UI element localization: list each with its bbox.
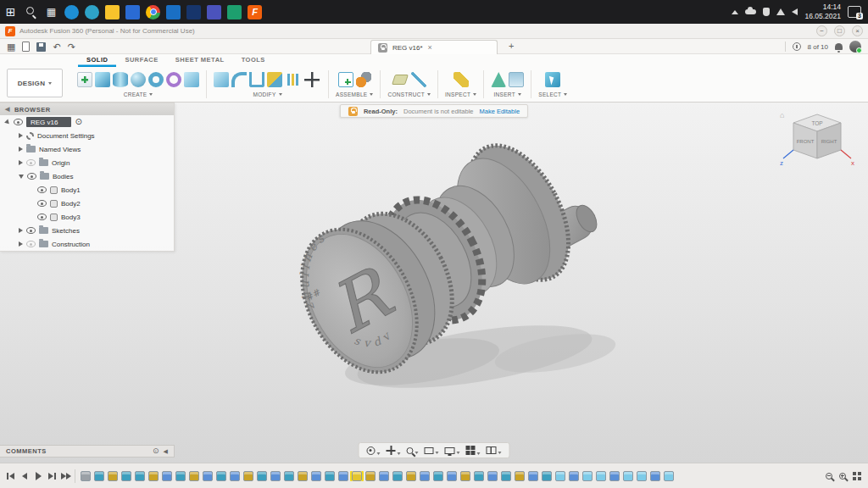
timeline-feature-icon[interactable] [203, 471, 213, 481]
timeline-feature-icon[interactable] [216, 471, 226, 481]
browser-item-body1[interactable]: Body1 [0, 183, 174, 197]
timeline-feature-icon[interactable] [664, 471, 674, 481]
modify-menu[interactable]: MODIFY [253, 92, 281, 97]
chrome-icon[interactable] [146, 5, 160, 19]
edge-icon[interactable] [85, 5, 99, 19]
hidden-icons-chevron-icon[interactable] [732, 10, 738, 14]
expand-icon[interactable] [19, 241, 23, 247]
visibility-eye-icon[interactable] [26, 159, 36, 166]
maximize-button[interactable]: □ [834, 25, 845, 36]
search-icon[interactable] [24, 5, 38, 19]
create-menu[interactable]: CREATE [124, 92, 153, 97]
apps-grid-icon[interactable]: ▦ [7, 42, 15, 52]
inspect-menu[interactable]: INSPECT [445, 92, 476, 97]
timeline-feature-icon[interactable] [569, 471, 579, 481]
task-view-icon[interactable]: ▦ [44, 5, 58, 19]
assemble-menu[interactable]: ASSEMBLE [336, 92, 373, 97]
press-pull-icon[interactable] [214, 72, 229, 87]
job-status-text[interactable]: 8 of 10 [808, 43, 828, 51]
play-button[interactable] [32, 470, 44, 481]
timeline-feature-icon[interactable] [162, 471, 172, 481]
timeline-options-icon[interactable] [853, 472, 861, 480]
timeline-feature-icon[interactable] [298, 471, 308, 481]
tab-sheet-metal[interactable]: SHEET METAL [167, 54, 233, 67]
expand-icon[interactable] [19, 228, 23, 233]
timeline-feature-icon[interactable] [189, 471, 199, 481]
orbit-button[interactable] [365, 446, 382, 456]
display-settings-button[interactable] [443, 446, 462, 455]
collapse-icon[interactable] [19, 175, 24, 179]
action-center-button[interactable]: 3 [848, 6, 861, 18]
timeline-feature-icon[interactable] [460, 471, 470, 481]
browser-item-named-views[interactable]: Named Views [0, 142, 174, 156]
timeline-feature-icon[interactable] [121, 471, 131, 481]
browser-item-body2[interactable]: Body2 [0, 197, 174, 210]
timeline-feature-icon[interactable] [311, 471, 321, 481]
timeline-feature-icon[interactable] [148, 471, 159, 481]
job-status-icon[interactable] [793, 42, 801, 51]
timeline-feature-icon[interactable] [433, 471, 443, 481]
zoom-button[interactable] [405, 446, 420, 455]
timeline-feature-icon[interactable] [528, 471, 538, 481]
timeline-feature-icon[interactable] [650, 471, 660, 481]
torus-primitive-icon[interactable] [148, 72, 164, 87]
insert-canvas-icon[interactable] [509, 72, 524, 87]
start-icon[interactable]: ⊞ [3, 5, 18, 19]
view-cube[interactable]: ⌂ TOP FRONT RIGHT z x [776, 108, 858, 175]
timeline-feature-icon[interactable] [406, 471, 416, 481]
activate-component-icon[interactable]: ⊙ [75, 118, 81, 126]
timeline-feature-icon[interactable] [474, 471, 484, 481]
root-document-label[interactable]: REG v16 [26, 117, 71, 127]
timeline-feature-icon[interactable] [135, 471, 145, 481]
sphere-primitive-icon[interactable] [131, 72, 146, 87]
tab-tools[interactable]: TOOLS [233, 54, 274, 67]
close-button[interactable]: × [852, 25, 863, 36]
timeline-feature-icon[interactable] [555, 471, 565, 481]
timeline-feature-icon[interactable] [392, 471, 403, 481]
timeline-feature-icon[interactable] [284, 471, 294, 481]
timeline-feature-icon[interactable] [108, 471, 118, 481]
expand-icon[interactable] [19, 147, 23, 152]
timeline-feature-icon[interactable] [338, 471, 348, 481]
close-tab-icon[interactable]: × [428, 43, 432, 52]
step-forward-button[interactable] [46, 470, 58, 481]
user-avatar[interactable] [849, 41, 861, 53]
tab-solid[interactable]: SOLID [78, 54, 116, 67]
collapse-panel-icon[interactable]: ◀ [5, 106, 10, 113]
browser-item-sketches[interactable]: Sketches [0, 224, 174, 237]
browser-item-body3[interactable]: Body3 [0, 210, 174, 224]
timeline-feature-icon[interactable] [365, 471, 376, 481]
timeline-feature-icon[interactable] [175, 471, 186, 481]
security-shield-icon[interactable] [763, 8, 770, 16]
timeline-feature-icon[interactable] [81, 471, 91, 481]
grid-button[interactable] [465, 445, 482, 456]
home-view-icon[interactable]: ⌂ [780, 111, 784, 119]
outlook-icon[interactable] [166, 5, 181, 19]
expand-collapse-icon[interactable] [4, 119, 11, 125]
timeline-feature-icon[interactable] [609, 471, 620, 481]
fillet-icon[interactable] [231, 72, 247, 87]
comments-bar[interactable]: COMMENTS ⊙ ◀ [0, 445, 175, 458]
volume-icon[interactable] [792, 8, 798, 15]
browser-item-bodies[interactable]: Bodies [0, 169, 174, 183]
joint-icon[interactable] [356, 72, 371, 87]
measure-icon[interactable] [453, 72, 469, 87]
word-icon[interactable] [186, 5, 201, 19]
timeline-feature-icon[interactable] [501, 471, 511, 481]
timeline-feature-icon[interactable] [596, 471, 606, 481]
timeline-feature-icon[interactable] [325, 471, 335, 481]
select-menu[interactable]: SELECT [538, 92, 567, 97]
visibility-eye-icon[interactable] [37, 186, 47, 193]
comment-indicator-icon[interactable]: ⊙ [153, 447, 159, 455]
minimize-button[interactable]: − [816, 25, 827, 36]
make-editable-link[interactable]: Make Editable [480, 108, 520, 115]
align-icon[interactable] [285, 72, 300, 87]
timeline-feature-icon[interactable] [94, 471, 104, 481]
excel-icon[interactable] [227, 5, 242, 19]
extrude-icon[interactable] [184, 72, 199, 87]
expand-icon[interactable] [19, 160, 23, 165]
timeline-feature-icon[interactable] [352, 471, 362, 481]
go-to-end-button[interactable] [59, 470, 71, 481]
browser-item-document-settings[interactable]: Document Settings [0, 129, 174, 142]
construction-axis-icon[interactable] [411, 72, 426, 87]
